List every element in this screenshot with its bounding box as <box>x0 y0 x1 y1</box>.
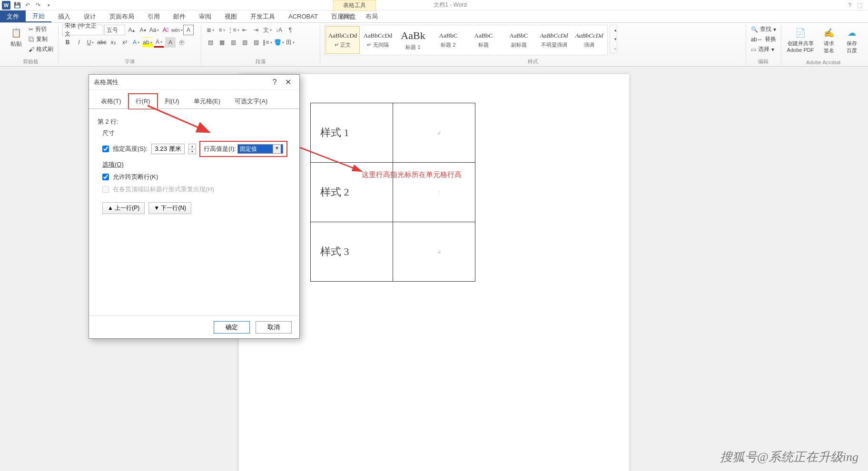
tab-developer[interactable]: 开发工具 <box>244 10 282 22</box>
request-sign-button[interactable]: ✍ 请求签名 <box>819 25 838 56</box>
dtab-column[interactable]: 列(U) <box>158 94 187 109</box>
dialog-help-button[interactable]: ? <box>268 78 281 87</box>
redo-button[interactable]: ↷ <box>34 1 42 9</box>
cut-button[interactable]: ✂剪切 <box>28 25 54 34</box>
numbering-button[interactable]: ≡ <box>217 25 227 35</box>
style-item[interactable]: AaBbCcDd强调 <box>572 26 606 54</box>
edit-label: 编辑 <box>750 57 777 65</box>
ribbon-options-button[interactable]: ⬚ <box>857 2 862 9</box>
baidu-save-button[interactable]: ☁ 保存百度 <box>842 25 861 56</box>
cell-style1[interactable]: 样式 1 <box>311 103 393 163</box>
dtab-row[interactable]: 行(R) <box>128 94 158 109</box>
superscript-button[interactable]: x² <box>119 37 130 48</box>
style-item[interactable]: AaBbCcDd↵ 正文 <box>326 26 360 54</box>
tab-table-design[interactable]: 设计 <box>333 10 359 23</box>
replace-button[interactable]: ab↔ 替换 <box>750 35 777 44</box>
highlight-button[interactable]: ab <box>142 37 153 48</box>
height-value-input[interactable] <box>151 144 185 154</box>
tab-page-layout[interactable]: 页面布局 <box>103 10 141 22</box>
create-pdf-button[interactable]: 📄 创建并共享Adobe PDF <box>785 25 816 55</box>
cancel-button[interactable]: 取消 <box>256 321 292 334</box>
underline-button[interactable]: U <box>85 37 96 48</box>
find-button[interactable]: 🔍 查找 ▾ <box>750 25 777 34</box>
prev-row-button[interactable]: ▲ 上一行(P) <box>102 202 145 214</box>
style-item[interactable]: AaBk标题 1 <box>396 26 430 54</box>
clear-format-button[interactable]: A⃠ <box>160 25 171 35</box>
dtab-alt[interactable]: 可选文字(A) <box>227 94 275 109</box>
tab-home[interactable]: 开始 <box>26 10 51 22</box>
help-button[interactable]: ? <box>848 2 851 9</box>
decrease-indent-button[interactable]: ⇤ <box>239 25 250 35</box>
align-left-button[interactable]: ▤ <box>205 37 216 48</box>
gallery-up[interactable]: ▴ <box>610 25 621 34</box>
strike-button[interactable]: abc <box>97 37 107 48</box>
italic-button[interactable]: I <box>74 37 84 48</box>
distribute-button[interactable]: ▨ <box>251 37 261 48</box>
grow-font-button[interactable]: A▴ <box>126 25 137 35</box>
gallery-down[interactable]: ▾ <box>610 34 621 43</box>
word-icon: W <box>2 1 10 10</box>
change-case-button[interactable]: Aa <box>149 25 159 35</box>
cell-empty[interactable]: ↲ <box>393 222 475 282</box>
tab-insert[interactable]: 插入 <box>51 10 77 22</box>
tab-mailings[interactable]: 邮件 <box>167 10 192 22</box>
next-row-button[interactable]: ▼ 下一行(N) <box>148 202 191 214</box>
show-marks-button[interactable]: ¶ <box>285 25 296 35</box>
phonetic-button[interactable]: wén <box>172 25 182 35</box>
increase-indent-button[interactable]: ⇥ <box>251 25 261 35</box>
style-item[interactable]: AaBbC标题 <box>466 26 501 54</box>
tab-view[interactable]: 视图 <box>218 10 244 22</box>
bullets-button[interactable]: ≣ <box>205 25 216 35</box>
style-item[interactable]: AaBbC标题 2 <box>431 26 465 54</box>
tab-table-layout[interactable]: 布局 <box>359 10 385 23</box>
align-center-button[interactable]: ▦ <box>217 37 227 48</box>
bold-button[interactable]: B <box>62 37 73 48</box>
style-item[interactable]: AaBbCcDd↵ 无间隔 <box>361 26 395 54</box>
tab-acrobat[interactable]: ACROBAT <box>282 10 325 22</box>
styles-gallery[interactable]: AaBbCcDd↵ 正文AaBbCcDd↵ 无间隔AaBk标题 1AaBbC标题… <box>324 25 608 55</box>
style-item[interactable]: AaBbC副标题 <box>502 26 536 54</box>
format-painter-button[interactable]: 🖌格式刷 <box>28 45 54 54</box>
qat-more[interactable]: ▾ <box>45 1 52 9</box>
char-shading-button[interactable]: A <box>165 37 176 48</box>
row-height-type-select[interactable]: 固定值 <box>237 144 283 154</box>
tab-file[interactable]: 文件 <box>0 10 26 22</box>
tab-references[interactable]: 引用 <box>141 10 167 22</box>
font-name-combo[interactable]: 宋体 (中文正文 <box>62 25 103 35</box>
undo-button[interactable]: ↶ <box>24 1 31 9</box>
specify-height-checkbox[interactable] <box>102 146 109 152</box>
height-spinner[interactable]: ▴▾ <box>188 144 196 154</box>
borders-button[interactable]: 田 <box>285 37 296 48</box>
multilevel-button[interactable]: ⋮≡ <box>228 25 238 35</box>
copy-button[interactable]: ⿻复制 <box>28 35 54 44</box>
gallery-more[interactable]: ⌄ <box>610 44 621 53</box>
cell-style3[interactable]: 样式 3 <box>311 222 393 282</box>
sort-button[interactable]: ↓A <box>274 25 284 35</box>
shading-button[interactable]: 🪣 <box>274 37 284 48</box>
tab-design[interactable]: 设计 <box>77 10 103 22</box>
tab-review[interactable]: 审阅 <box>192 10 218 22</box>
allow-break-checkbox[interactable] <box>102 174 109 180</box>
clipboard-label: 剪贴板 <box>7 57 54 65</box>
dtab-cell[interactable]: 单元格(E) <box>187 94 227 109</box>
style-item[interactable]: AaBbCcDd不明显强调 <box>537 26 571 54</box>
ok-button[interactable]: 确定 <box>214 321 250 334</box>
shrink-font-button[interactable]: A▾ <box>138 25 148 35</box>
line-spacing-button[interactable]: ‖≡ <box>262 37 273 48</box>
align-right-button[interactable]: ▥ <box>228 37 238 48</box>
dialog-close-button[interactable]: ✕ <box>281 78 295 87</box>
enclose-char-button[interactable]: ㊥ <box>177 37 187 48</box>
dtab-table[interactable]: 表格(T) <box>94 94 128 109</box>
text-effects-button[interactable]: A <box>131 37 141 48</box>
paste-button[interactable]: 📋 粘贴 <box>7 25 26 50</box>
font-color-button[interactable]: A <box>154 37 164 48</box>
select-button[interactable]: ▭ 选择 ▾ <box>750 45 777 54</box>
subscript-button[interactable]: x₂ <box>108 37 118 48</box>
cell-empty[interactable]: ↲ <box>393 103 475 163</box>
justify-button[interactable]: ▧ <box>239 37 250 48</box>
asian-layout-button[interactable]: 文 <box>262 25 273 35</box>
char-border-button[interactable]: A <box>183 25 194 35</box>
font-size-combo[interactable]: 五号 <box>104 25 125 35</box>
word-table[interactable]: 样式 1↲ 样式 2| 样式 3↲ <box>310 103 475 282</box>
save-button[interactable]: 💾 <box>13 1 21 9</box>
